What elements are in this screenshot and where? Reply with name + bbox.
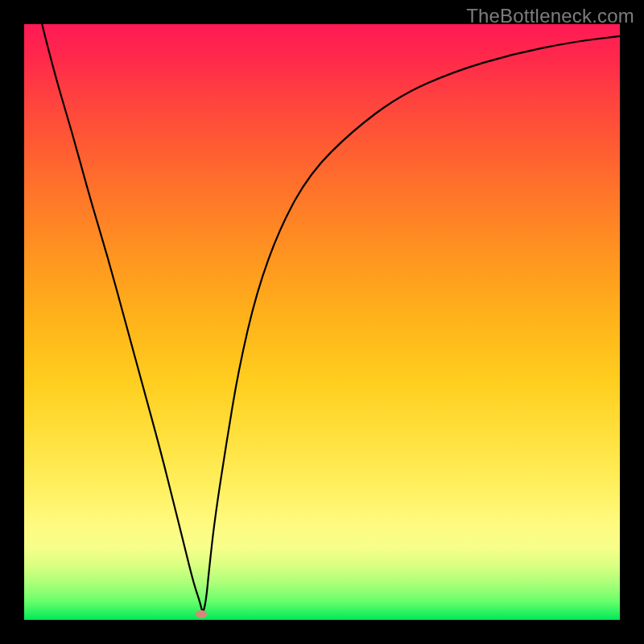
bottleneck-curve — [24, 24, 620, 620]
plot-area — [24, 24, 620, 620]
chart-frame: TheBottleneck.com — [0, 0, 644, 644]
curve-path — [42, 24, 620, 611]
bottleneck-marker — [196, 610, 207, 618]
